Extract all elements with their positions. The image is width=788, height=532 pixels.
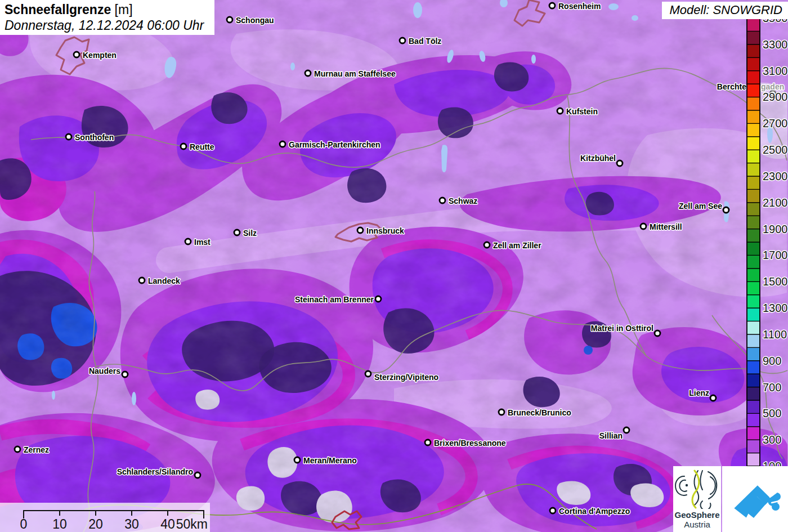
city-label: Zell am See xyxy=(679,202,722,211)
legend-band xyxy=(747,176,760,189)
city-label: Matrei in Osttirol xyxy=(591,324,653,333)
city-marker xyxy=(710,395,716,401)
legend-tick-label: 2100 xyxy=(763,196,788,209)
legend-band xyxy=(747,308,760,321)
city-label: Murnau am Staffelsee xyxy=(314,69,396,78)
legend-tick-label: 3300 xyxy=(763,38,788,51)
city-label: Sillian xyxy=(599,431,623,440)
city-label: Sterzing/Vipiteno xyxy=(374,373,438,382)
city-label: Imst xyxy=(194,238,211,247)
legend-band xyxy=(747,427,760,440)
snowfall-limit-map: SchongauRosenheimBad TölzKemptenMurnau a… xyxy=(0,0,788,532)
legend-band xyxy=(747,255,760,268)
legend-tick-label: 300 xyxy=(763,433,781,446)
geosphere-logo-text: GeoSphere xyxy=(673,510,721,520)
city-marker xyxy=(15,446,20,452)
city-label: Innsbruck xyxy=(366,226,404,235)
legend-band xyxy=(747,440,760,453)
city-label: Kempten xyxy=(83,51,117,60)
scalebar-label: 20 xyxy=(88,517,103,531)
city-murnau-am-staffelsee: Murnau am Staffelsee xyxy=(305,69,396,78)
city-marker xyxy=(234,230,240,235)
geosphere-logo-subtext: Austria xyxy=(673,520,721,529)
city-label: Cortina d'Ampezzo xyxy=(559,507,630,516)
city-steinach-am-brenner: Steinach am Brenner xyxy=(295,295,381,304)
city-marker xyxy=(641,223,646,229)
legend-band xyxy=(747,413,760,426)
city-bruneck-brunico: Bruneck/Brunico xyxy=(499,408,571,417)
legend-tick-label: 2900 xyxy=(763,91,788,103)
city-marker xyxy=(557,108,563,114)
city-marker xyxy=(185,239,191,244)
map-title: Schneefallgrenze [m] xyxy=(5,2,210,17)
city-meran-merano: Meran/Merano xyxy=(294,456,357,465)
legend-band xyxy=(747,84,760,97)
legend-tick-label: 500 xyxy=(763,407,781,419)
city-label: Meran/Merano xyxy=(303,456,357,465)
legend-band xyxy=(747,71,760,84)
city-label: Landeck xyxy=(148,276,180,285)
city-marker xyxy=(484,242,490,248)
city-label: Mittersill xyxy=(650,222,682,231)
model-box: Modell: SNOWGRID xyxy=(662,2,788,19)
scalebar-label: 30 xyxy=(124,517,139,531)
title-box: Schneefallgrenze [m] Donnerstag, 12.12.2… xyxy=(0,0,214,35)
city-label: Kitzbühel xyxy=(580,154,616,163)
city-marker xyxy=(227,17,232,23)
city-label: Kufstein xyxy=(566,107,598,116)
city-marker xyxy=(549,3,555,8)
legend-tick-label: 1100 xyxy=(763,328,787,341)
legend-band xyxy=(747,387,760,400)
city-sterzing-vipiteno: Sterzing/Vipiteno xyxy=(365,371,438,382)
city-brixen-bressanone: Brixen/Bressanone xyxy=(425,439,506,448)
legend-band xyxy=(747,203,760,216)
city-label: Silz xyxy=(243,229,257,238)
city-marker xyxy=(139,278,145,283)
city-marker xyxy=(365,371,371,377)
legend-band xyxy=(747,400,760,413)
city-marker xyxy=(550,508,556,513)
city-label: Berchte xyxy=(717,82,746,91)
legend-tick-label: 2700 xyxy=(763,117,788,129)
legend-band xyxy=(747,281,760,294)
city-label: Schlanders/Silandro xyxy=(117,467,193,476)
scalebar-label: 40 xyxy=(160,517,175,531)
city-label: Schongau xyxy=(236,16,274,25)
legend-band xyxy=(747,242,760,255)
legend-band xyxy=(747,334,760,347)
city-zell-am-ziller: Zell am Ziller xyxy=(484,241,541,250)
city-label: Nauders xyxy=(89,366,120,375)
city-marker xyxy=(195,472,200,478)
legend-band xyxy=(747,295,760,308)
city-label: Lienz xyxy=(689,388,709,397)
city-label: Garmisch-Partenkirchen xyxy=(289,140,380,149)
city-marker xyxy=(122,372,128,377)
legend-band xyxy=(747,189,760,202)
legend-band xyxy=(747,123,760,136)
scalebar-end-label: 50km xyxy=(176,517,208,531)
city-marker xyxy=(400,38,405,43)
tirol-logo xyxy=(722,466,788,532)
legend-tick-label: 1300 xyxy=(763,302,788,314)
legend-band xyxy=(747,57,760,70)
legend-band xyxy=(747,44,760,57)
map-canvas: SchongauRosenheimBad TölzKemptenMurnau a… xyxy=(0,0,788,532)
legend-band xyxy=(747,31,760,44)
legend-band xyxy=(747,97,760,110)
legend-band xyxy=(747,137,760,150)
city-marker xyxy=(74,52,79,57)
legend-band xyxy=(747,18,760,31)
city-marker xyxy=(723,207,729,213)
city-label: Rosenheim xyxy=(558,2,601,11)
city-marker xyxy=(499,409,504,415)
city-label: Sonthofen xyxy=(75,133,114,142)
city-label: Reutte xyxy=(190,142,214,151)
legend-band xyxy=(747,216,760,229)
city-marker xyxy=(66,134,71,140)
city-label: Steinach am Brenner xyxy=(295,295,374,304)
city-label: Bruneck/Brunico xyxy=(508,408,571,417)
city-label: Bad Tölz xyxy=(409,37,441,46)
relief-highlight xyxy=(0,0,788,532)
scalebar-label: 0 xyxy=(20,517,28,531)
legend-tick-label: 900 xyxy=(763,355,781,367)
